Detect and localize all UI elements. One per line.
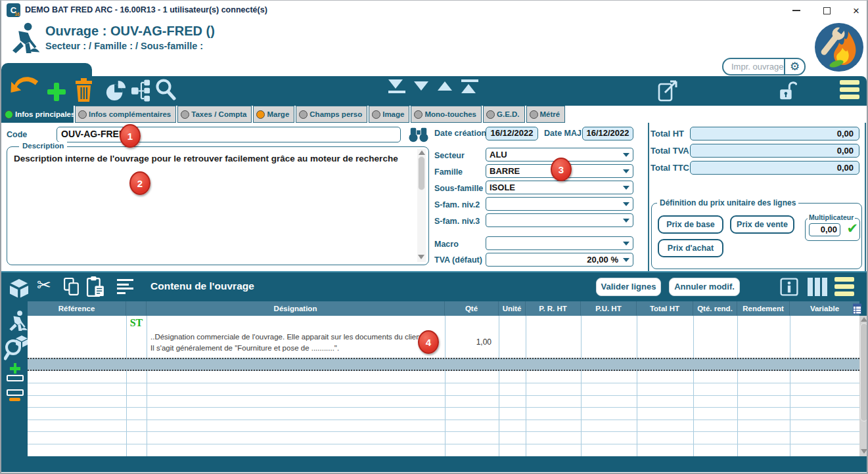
macro-select[interactable] (486, 236, 633, 250)
tab-mono-touches[interactable]: Mono-touches (411, 106, 482, 123)
plus-icon (7, 363, 24, 374)
designation-line1: ..Désignation commerciale de l'ouvrage. … (150, 332, 440, 343)
grid-line (526, 316, 526, 456)
divider (648, 123, 649, 271)
grid-line (790, 316, 790, 456)
maximize-button[interactable] (815, 3, 838, 18)
copy-icon[interactable] (63, 277, 80, 297)
row-qty[interactable]: 1,00 (445, 337, 491, 347)
move-down-icon[interactable] (414, 81, 428, 91)
unlock-icon[interactable] (777, 79, 797, 102)
move-up-icon[interactable] (438, 81, 452, 91)
add-icon[interactable] (46, 81, 67, 102)
tab-infos-principales[interactable]: Infos principales (1, 106, 74, 123)
tab-marge[interactable]: Marge (253, 106, 294, 123)
columns-icon[interactable] (808, 278, 827, 296)
multiplier-input[interactable]: 0,00 (809, 223, 840, 236)
grid-menu-icon[interactable] (834, 277, 854, 299)
titlebar: C16 DEMO BAT FRED ARC - 16.00R13 - 1 uti… (1, 1, 867, 20)
grid-scrollbar[interactable] (859, 316, 868, 456)
remove-line-icon[interactable] (7, 389, 24, 401)
paste-icon[interactable] (86, 276, 105, 297)
row-designation[interactable]: ..Désignation commerciale de l'ouvrage. … (150, 332, 440, 353)
scroll-up-icon[interactable] (419, 150, 425, 155)
minimize-button[interactable] (785, 3, 808, 18)
back-icon[interactable] (10, 74, 40, 98)
check-icon[interactable]: ✔ (846, 221, 858, 236)
tab-status-dot (256, 110, 265, 119)
scroll-up-icon[interactable] (861, 317, 867, 322)
chevron-down-icon (623, 219, 629, 223)
annuler-modif-button[interactable]: Annuler modif. (669, 278, 740, 296)
app-window: C16 DEMO BAT FRED ARC - 16.00R13 - 1 uti… (0, 0, 868, 474)
date-maj-field[interactable]: 16/12/2022 (582, 127, 633, 140)
close-button[interactable]: × (845, 3, 867, 18)
prix-dachat-button[interactable]: Prix d'achat (658, 239, 723, 257)
tree-icon[interactable] (131, 79, 150, 102)
menu-icon[interactable] (840, 80, 859, 102)
col-unite[interactable]: Unité (499, 301, 526, 316)
code-input[interactable]: OUV-AG-FRED (57, 127, 401, 142)
worker-icon[interactable] (5, 309, 28, 334)
prix-de-vente-button[interactable]: Prix de vente (730, 215, 794, 234)
search-component-icon[interactable] (4, 334, 29, 360)
stats-pie-icon[interactable] (105, 79, 126, 102)
table-settings-icon[interactable] (853, 303, 862, 314)
plus-bar (14, 363, 17, 374)
total-ttc-label: Total TTC (651, 163, 689, 173)
col-rendement[interactable]: Rendement (737, 301, 790, 316)
gear-icon[interactable]: ⚙ (784, 59, 804, 74)
secteur-value: ALU (490, 150, 507, 160)
tab-image[interactable]: Image (369, 106, 409, 123)
tab-champs-perso[interactable]: Champs perso (296, 106, 367, 123)
info-icon[interactable] (780, 278, 798, 296)
export-icon[interactable] (656, 79, 680, 102)
prix-de-base-button[interactable]: Prix de base (658, 215, 723, 234)
delete-icon[interactable] (75, 77, 93, 102)
scroll-thumb[interactable] (860, 323, 868, 421)
grid-body[interactable]: ST ..Désignation commerciale de l'ouvrag… (28, 316, 859, 456)
move-to-bottom-icon[interactable] (388, 79, 405, 93)
valider-lignes-button[interactable]: Valider lignes (596, 278, 661, 296)
scroll-thumb[interactable] (418, 156, 425, 190)
tab-infos-complementaires[interactable]: Infos complémentaires (75, 106, 176, 123)
line-rect (7, 375, 24, 381)
line-bar (117, 279, 133, 281)
line-bar (117, 292, 126, 294)
lines-icon[interactable] (117, 279, 133, 294)
triangle-down (388, 79, 403, 89)
binoculars-icon[interactable] (409, 126, 428, 143)
tab-metre[interactable]: Métré (526, 106, 566, 123)
search-icon[interactable] (155, 78, 176, 102)
col-pu-ht[interactable]: P.U. HT (581, 301, 637, 316)
date-creation-field[interactable]: 16/12/2022 (486, 127, 538, 140)
total-ht-value: 0,00 (837, 129, 854, 139)
scroll-down-icon[interactable] (418, 255, 424, 259)
col-qte-rend[interactable]: Qté. rend. (693, 301, 737, 316)
sfam-niv3-select[interactable] (486, 213, 633, 227)
col-designation[interactable]: Désignation (147, 301, 445, 316)
sfam-niv2-select[interactable] (486, 197, 633, 211)
col-total-ht[interactable]: Total HT (637, 301, 693, 316)
sous-famille-select[interactable]: ISOLE (486, 181, 633, 194)
cube-icon[interactable] (7, 278, 32, 300)
selected-row[interactable] (28, 358, 859, 371)
cut-icon[interactable]: ✂ (37, 275, 51, 295)
tva-select[interactable]: 20,00 % (486, 253, 633, 267)
col-pr-ht[interactable]: P. R. HT (526, 301, 581, 316)
row-divider (28, 431, 859, 432)
description-scrollbar[interactable] (417, 149, 426, 262)
tab-taxes-compta[interactable]: Taxes / Compta (177, 106, 252, 123)
sfam-niv3-label: S-fam. niv.3 (434, 217, 480, 226)
col-variable[interactable]: Variable (790, 301, 859, 316)
col-reference[interactable]: Référence (28, 301, 126, 316)
col-type[interactable] (126, 301, 147, 316)
print-ouvrage-control[interactable]: Impr. ouvrage ⚙ (722, 58, 806, 75)
total-tva-label: Total TVA (651, 146, 689, 156)
tab-ged[interactable]: G.E.D. (483, 106, 525, 123)
add-line-icon[interactable] (7, 363, 24, 381)
move-to-top-icon[interactable] (461, 79, 478, 93)
description-textarea[interactable]: Description interne de l'ouvrage pour le… (14, 154, 401, 163)
scroll-down-icon[interactable] (861, 449, 867, 454)
col-qte[interactable]: Qté (445, 301, 499, 316)
